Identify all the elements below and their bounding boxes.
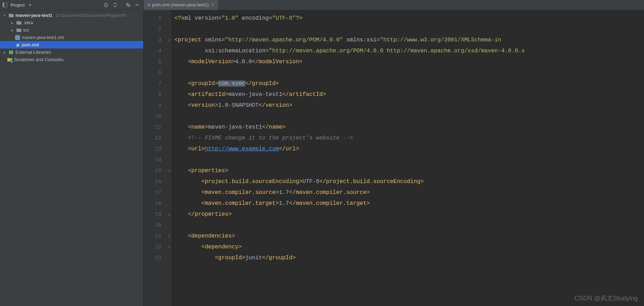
project-toolbar: Project ▼ [0, 0, 144, 10]
svg-rect-10 [11, 51, 12, 54]
tree-label: maven-java-test1.iml [22, 35, 64, 40]
tree-label: src [23, 27, 29, 33]
project-view-icon [2, 2, 8, 8]
tree-label: Scratches and Consoles [14, 57, 64, 62]
library-icon [8, 50, 14, 55]
module-icon [8, 13, 14, 18]
tab-pom-xml[interactable]: m pom.xml (maven-java-test1) ✕ [144, 0, 218, 10]
project-toolbar-title[interactable]: Project [11, 2, 25, 8]
chevron-right-icon[interactable]: ▶ [10, 28, 15, 32]
tree-root[interactable]: ▼ maven-java-test1 D:\Documents\Document… [0, 12, 143, 19]
folder-icon [16, 27, 22, 33]
tree-label: pom.xml [22, 42, 39, 47]
expand-all-icon[interactable] [111, 1, 119, 9]
maven-icon: m [15, 42, 20, 48]
svg-rect-11 [12, 51, 13, 54]
svg-rect-9 [9, 51, 10, 54]
dropdown-arrow-icon[interactable]: ▼ [28, 3, 32, 7]
tree-src-folder[interactable]: ▶ src [0, 26, 143, 34]
editor-tabs: m pom.xml (maven-java-test1) ✕ [144, 0, 218, 10]
project-name: maven-java-test1 [15, 13, 53, 18]
svg-rect-1 [3, 3, 4, 7]
chevron-right-icon[interactable]: ▶ [10, 21, 15, 25]
locate-icon[interactable] [102, 1, 110, 9]
tree-iml-file[interactable]: maven-java-test1.iml [0, 34, 143, 41]
tree-external-libs[interactable]: ▶ External Libraries [0, 48, 143, 56]
line-gutter: 1234567891011121314151617181920212223 [144, 10, 167, 306]
separator [121, 2, 122, 8]
gear-icon[interactable] [124, 1, 132, 9]
svg-point-3 [106, 5, 107, 6]
fold-column: ⊖⊖⊖⊖⊖ [167, 10, 172, 306]
project-tree: ▼ maven-java-test1 D:\Documents\Document… [0, 10, 144, 306]
chevron-down-icon[interactable]: ▼ [2, 14, 7, 17]
svg-rect-8 [135, 5, 139, 5]
tree-pom-file[interactable]: m pom.xml [0, 41, 143, 48]
scratches-icon [7, 57, 13, 63]
chevron-right-icon[interactable]: ▶ [2, 51, 7, 54]
maven-icon: m [147, 2, 150, 7]
iml-file-icon [15, 35, 20, 40]
tree-label: External Libraries [15, 50, 51, 55]
hide-icon[interactable] [133, 1, 141, 9]
project-path: D:\Documents\Documents\ProgramPr [56, 13, 127, 18]
code-area[interactable]: <?xml version="1.0" encoding="UTF-8"?> <… [172, 10, 644, 306]
tree-idea-folder[interactable]: ▶ .idea [0, 19, 143, 26]
tree-scratches[interactable]: Scratches and Consoles [0, 56, 143, 63]
code-editor[interactable]: 1234567891011121314151617181920212223 ⊖⊖… [144, 10, 644, 306]
close-icon[interactable]: ✕ [211, 2, 214, 7]
tab-label: pom.xml (maven-java-test1) [152, 2, 208, 7]
folder-icon [16, 20, 22, 26]
watermark-text: CSDN @凤文Studying [575, 294, 638, 302]
tree-label: .idea [23, 20, 33, 25]
